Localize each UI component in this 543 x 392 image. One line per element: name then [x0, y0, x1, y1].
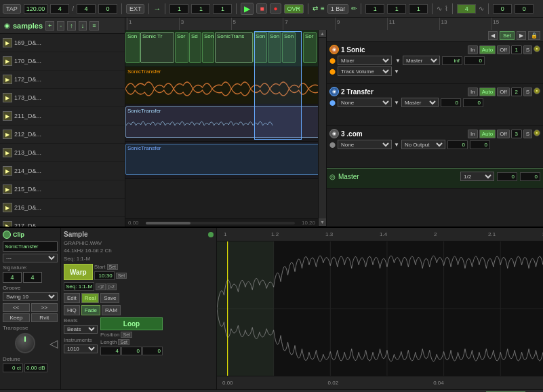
start-set-btn[interactable]: Set [107, 264, 119, 270]
mixer-send-select-2[interactable]: None [338, 98, 392, 107]
real-button[interactable]: Real [81, 293, 99, 303]
edit-button[interactable]: Edit [64, 293, 80, 303]
play-button[interactable]: ▶ [241, 3, 254, 15]
save-button[interactable]: Save [100, 293, 119, 303]
hiq-button[interactable]: HiQ [64, 305, 80, 315]
marker-prev-btn[interactable]: ◁2 [96, 283, 106, 290]
ram-button[interactable]: RAM [102, 305, 121, 315]
mixer-auto-btn-3[interactable]: Auto [479, 130, 496, 138]
scroll-up-arrow[interactable]: ▲ [319, 30, 326, 38]
mixer-vol-select-1[interactable]: Track Volume [338, 66, 392, 76]
sidebar-track-2[interactable]: ▶ 172_D&... [0, 71, 125, 89]
mixer-s-btn-2[interactable]: S [523, 87, 532, 96]
transpose-knob[interactable] [15, 333, 35, 353]
sidebar-menu-button[interactable]: ≡ [89, 21, 98, 31]
length-set-btn[interactable]: Set [118, 339, 129, 345]
clip-fwd-btn[interactable]: >> [31, 303, 58, 312]
arr-clip-sonictransfer-blue[interactable]: SonicTransfer [125, 106, 318, 138]
stop-button[interactable]: ■ [256, 3, 267, 14]
mixer-in-btn-2[interactable]: In [468, 87, 478, 96]
mixer-next-btn[interactable]: ▶ [517, 31, 526, 40]
arr-clip-sonic-tr[interactable]: Sonic Tr [140, 32, 174, 63]
sidebar-track-1[interactable]: ▶ 170_D&... [0, 52, 125, 71]
instruments-select[interactable]: 1010 [64, 345, 98, 353]
mixer-track-1: ◉ 1 Sonic In Auto Off 1 S • ⬤ [327, 42, 543, 84]
arr-clip-son5[interactable]: Son [282, 32, 296, 63]
mixer-s-btn-3[interactable]: S [523, 130, 532, 138]
mixer-off-btn-3[interactable]: Off [497, 130, 510, 138]
sidebar-track-9[interactable]: ▶ 216_D&... [0, 199, 125, 217]
clip-name-input[interactable] [3, 241, 58, 252]
sidebar-track-6[interactable]: ▶ 213_D&... [0, 144, 125, 162]
waveform-time-1: 0.02 [328, 380, 339, 386]
arr-clip-son1[interactable]: Son [125, 32, 140, 63]
sidebar-track-5[interactable]: ▶ 212_D&... [0, 125, 125, 144]
mixer-off-btn-1[interactable]: Off [497, 45, 510, 54]
mixer-top: ◀ Set ▶ 🔒 [327, 30, 543, 42]
mixer-num-btn-1[interactable]: 1 [511, 45, 522, 54]
mixer-lock-btn[interactable]: 🔒 [528, 31, 540, 40]
fade-button[interactable]: Fade [81, 305, 100, 315]
ruler-mark-0: 1 [127, 18, 179, 30]
scroll-thumb[interactable] [146, 222, 190, 224]
sidebar-remove-button[interactable]: - [57, 21, 64, 31]
clip-rvit-btn[interactable]: Rvit [31, 313, 58, 322]
track-name-5: 212_D&... [14, 131, 41, 138]
arrangement-tracks: Son Sonic Tr Sor Sd Son [125, 30, 318, 227]
clip-back-btn[interactable]: << [3, 303, 30, 312]
sidebar-down-button[interactable]: ↓ [79, 21, 87, 31]
loop-button[interactable]: Loop [100, 317, 163, 330]
scroll-down-arrow[interactable]: ▼ [319, 218, 326, 227]
bar-select[interactable]: 1 Bar [327, 4, 349, 14]
arr-clip-sor1[interactable]: Sor [175, 32, 188, 63]
sidebar-track-4[interactable]: ▶ 211_D&... [0, 107, 125, 125]
record-button[interactable]: ● [270, 3, 281, 14]
mixer-s-btn-1[interactable]: S [523, 45, 532, 54]
sidebar-up-button[interactable]: ↑ [67, 21, 76, 31]
position-set-btn[interactable]: Set [121, 332, 132, 338]
groove-select[interactable]: Swing 10 [3, 292, 58, 301]
arr-clip-sonictrans[interactable]: SonicTrans [215, 32, 253, 63]
sidebar-track-10[interactable]: ▶ 217_D&... [0, 217, 125, 227]
mixer-master-inner: ◎ Master 1/2 0 0 [329, 172, 540, 181]
arr-clip-son4[interactable]: Son [268, 32, 281, 63]
sidebar-track-0[interactable]: ▶ 169_D&... [0, 34, 125, 52]
clip-keep-btn[interactable]: Keep [3, 313, 30, 322]
beats-select[interactable]: Beats [64, 325, 98, 334]
mixer-dest-select-3[interactable]: No Output [401, 140, 445, 149]
mixer-master-select[interactable]: 1/2 [460, 172, 494, 181]
len-val-3: 0 [142, 347, 163, 355]
mixer-send-select-1[interactable]: Mixer [338, 56, 392, 65]
sidebar-add-button[interactable]: + [45, 21, 54, 31]
mixer-dest-select-2[interactable]: Master [401, 98, 439, 107]
ovr-button[interactable]: OVR [284, 4, 304, 14]
mixer-track-3-row1: ⬤ None ▼ No Output 0 0 [329, 140, 540, 149]
arr-clip-sor2[interactable]: Sor [303, 32, 317, 63]
marker-next-btn[interactable]: ▷2 [106, 283, 117, 290]
arr-clip-sonictransfer-sel[interactable]: SonicTransfer [125, 144, 318, 175]
mixer-off-btn-2[interactable]: Off [497, 87, 510, 96]
mixer-auto-btn-1[interactable]: Auto [479, 45, 496, 54]
sidebar-track-8[interactable]: ▶ 215_D&... [0, 180, 125, 199]
mixer-prev-btn[interactable]: ◀ [488, 31, 498, 40]
mixer-num-btn-3[interactable]: 3 [511, 130, 522, 138]
end-set-btn[interactable]: Set [116, 273, 127, 279]
ext-button[interactable]: EXT [126, 4, 145, 14]
sidebar-track-3[interactable]: ▶ 173_D&... [0, 89, 125, 107]
position-row: Position Set [100, 332, 163, 338]
warp-button[interactable]: Warp [64, 264, 93, 280]
arr-clip-label: Son [126, 33, 140, 40]
tap-button[interactable]: TAP [3, 4, 21, 14]
mixer-in-btn-1[interactable]: In [468, 45, 478, 54]
sidebar-track-7[interactable]: ▶ 214_D&... [0, 162, 125, 180]
mixer-in-btn-3[interactable]: In [468, 130, 478, 138]
mixer-dest-select-1[interactable]: Master [403, 56, 440, 65]
mixer-auto-btn-2[interactable]: Auto [479, 87, 496, 96]
arr-clip-son2[interactable]: Son [202, 32, 214, 63]
mixer-num-btn-2[interactable]: 2 [511, 87, 522, 96]
clip-mode-select[interactable]: --- [3, 254, 58, 262]
arr-clip-son3[interactable]: Son [254, 32, 267, 63]
mixer-send-select-3[interactable]: None [338, 140, 392, 149]
pos-display-2: 1 [387, 4, 406, 14]
arr-clip-sd[interactable]: Sd [189, 32, 201, 63]
